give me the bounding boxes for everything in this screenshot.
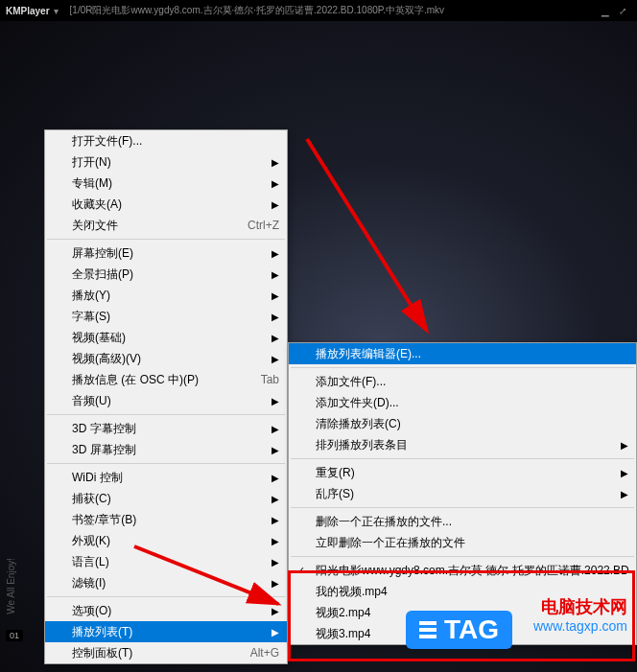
- playlist-menu-item-7[interactable]: 重复(R)▶: [289, 462, 636, 483]
- main-menu-item-4[interactable]: 关闭文件Ctrl+Z: [45, 215, 287, 236]
- playlist-menu-item-5[interactable]: 排列播放列表条目▶: [289, 434, 636, 455]
- playlist-menu-item-4[interactable]: 清除播放列表(C): [289, 413, 636, 434]
- menu-item-label: 重复(R): [316, 465, 355, 481]
- main-menu-item-3[interactable]: 收藏夹(A)▶: [45, 194, 287, 215]
- submenu-arrow-icon: ▶: [271, 536, 279, 546]
- menu-item-label: 选项(O): [72, 603, 111, 619]
- main-menu-item-21[interactable]: 外观(K)▶: [45, 530, 287, 551]
- submenu-arrow-icon: ▶: [271, 178, 279, 189]
- playlist-menu-separator: [291, 367, 634, 368]
- submenu-arrow-icon: ▶: [271, 312, 279, 322]
- menu-item-label: 乱序(S): [316, 486, 354, 502]
- menu-item-label: 立即删除一个正在播放的文件: [316, 535, 465, 551]
- main-menu-item-6[interactable]: 屏幕控制(E)▶: [45, 243, 287, 264]
- submenu-arrow-icon: ▶: [271, 248, 279, 259]
- submenu-arrow-icon: ▶: [271, 424, 279, 434]
- submenu-arrow-icon: ▶: [271, 606, 279, 616]
- main-menu-item-23[interactable]: 滤镜(I)▶: [45, 572, 287, 593]
- main-menu-item-19[interactable]: 捕获(C)▶: [45, 488, 287, 509]
- menu-item-label: 添加文件(F)...: [316, 374, 386, 390]
- menu-item-label: 关闭文件: [72, 218, 118, 234]
- menu-item-label: 排列播放列表条目: [316, 437, 408, 453]
- main-menu-item-16[interactable]: 3D 屏幕控制▶: [45, 439, 287, 460]
- menu-item-label: 视频(高级)(V): [72, 351, 141, 367]
- submenu-arrow-icon: ▶: [271, 354, 279, 364]
- main-menu-item-27[interactable]: 控制面板(T)Alt+G: [45, 642, 287, 663]
- menu-item-label: 播放信息 (在 OSC 中)(P): [72, 372, 199, 388]
- tag-badge: TAG: [406, 611, 512, 649]
- submenu-arrow-icon: ▶: [271, 515, 279, 525]
- playlist-menu-item-0[interactable]: 播放列表编辑器(E)...: [289, 343, 636, 364]
- submenu-arrow-icon: ▶: [271, 396, 279, 406]
- menu-item-label: 字幕(S): [72, 309, 110, 325]
- submenu-arrow-icon: ▶: [271, 578, 279, 589]
- maximize-icon[interactable]: ⤢: [614, 6, 631, 16]
- submenu-arrow-icon: ▶: [621, 489, 628, 499]
- main-menu-item-10[interactable]: 视频(基础)▶: [45, 327, 287, 348]
- titlebar: KMPlayer ▾ [1/0R阳光电影www.ygdy8.com.吉尔莫·德尔…: [0, 0, 637, 21]
- menu-item-label: 打开(N): [72, 154, 111, 171]
- brand-dropdown-icon[interactable]: ▾: [54, 6, 59, 16]
- playlist-menu-separator: [291, 507, 634, 508]
- site-watermark: 电脑技术网 www.tagxp.com: [533, 595, 627, 634]
- tag-text: TAG: [444, 614, 499, 645]
- submenu-arrow-icon: ▶: [271, 333, 279, 343]
- check-icon: ✓: [296, 565, 305, 577]
- title-filename: [1/0R阳光电影www.ygdy8.com.吉尔莫·德尔·托罗的匹诺曹.202…: [70, 4, 597, 17]
- menu-item-label: 捕获(C): [72, 491, 111, 507]
- main-menu-item-20[interactable]: 书签/章节(B)▶: [45, 509, 287, 530]
- playlist-menu-item-13[interactable]: ✓阳光电影www.ygdy8.com.吉尔莫·德尔·托罗的匹诺曹.2022.BD: [289, 560, 636, 581]
- main-menu-item-1[interactable]: 打开(N)▶: [45, 151, 287, 173]
- minimize-icon[interactable]: ▁: [597, 6, 614, 16]
- menu-item-label: 我的视频.mp4: [316, 584, 388, 600]
- menu-item-label: 专辑(M): [72, 175, 112, 192]
- main-menu-separator: [47, 596, 285, 597]
- menu-item-label: 视频(基础): [72, 330, 126, 346]
- main-menu-item-9[interactable]: 字幕(S)▶: [45, 306, 287, 327]
- app-brand: KMPlayer: [6, 6, 50, 16]
- submenu-arrow-icon: ▶: [271, 557, 279, 568]
- playlist-menu-item-3[interactable]: 添加文件夹(D)...: [289, 392, 636, 413]
- menu-item-label: 播放列表编辑器(E)...: [316, 346, 421, 362]
- main-menu-item-15[interactable]: 3D 字幕控制▶: [45, 418, 287, 439]
- submenu-arrow-icon: ▶: [271, 199, 279, 210]
- menu-item-label: 清除播放列表(C): [316, 416, 401, 432]
- menu-item-label: 收藏夹(A): [72, 197, 122, 213]
- playlist-menu-item-11[interactable]: 立即删除一个正在播放的文件: [289, 532, 636, 553]
- main-menu-item-13[interactable]: 音频(U)▶: [45, 390, 287, 411]
- hamburger-icon: [419, 621, 436, 638]
- main-menu-item-7[interactable]: 全景扫描(P)▶: [45, 264, 287, 285]
- main-menu-separator: [47, 463, 285, 464]
- playlist-menu-separator: [291, 458, 634, 459]
- main-menu-item-12[interactable]: 播放信息 (在 OSC 中)(P)Tab: [45, 369, 287, 390]
- menu-item-label: 语言(L): [72, 554, 109, 570]
- main-menu-item-18[interactable]: WiDi 控制▶: [45, 467, 287, 488]
- playlist-menu-item-10[interactable]: 删除一个正在播放的文件...: [289, 511, 636, 532]
- menu-item-label: 全景扫描(P): [72, 266, 133, 283]
- menu-item-label: 3D 屏幕控制: [72, 442, 136, 458]
- main-menu-separator: [47, 414, 285, 415]
- main-menu-item-25[interactable]: 选项(O)▶: [45, 600, 287, 621]
- menu-item-label: 播放列表(T): [72, 624, 132, 640]
- playlist-menu-item-8[interactable]: 乱序(S)▶: [289, 483, 636, 504]
- menu-item-label: 视频2.mp4: [316, 605, 370, 621]
- menu-item-label: 滤镜(I): [72, 575, 106, 591]
- menu-item-label: 3D 字幕控制: [72, 421, 136, 437]
- playlist-menu-item-2[interactable]: 添加文件(F)...: [289, 371, 636, 392]
- main-menu-item-11[interactable]: 视频(高级)(V)▶: [45, 348, 287, 369]
- menu-item-shortcut: Tab: [242, 373, 279, 386]
- main-menu-item-26[interactable]: 播放列表(T)▶: [45, 621, 287, 642]
- main-menu-item-2[interactable]: 专辑(M)▶: [45, 173, 287, 194]
- menu-item-label: WiDi 控制: [72, 470, 123, 486]
- menu-item-shortcut: Alt+G: [231, 646, 279, 660]
- submenu-arrow-icon: ▶: [271, 269, 279, 280]
- context-menu-main: 打开文件(F)...打开(N)▶专辑(M)▶收藏夹(A)▶关闭文件Ctrl+Z屏…: [44, 129, 288, 664]
- main-menu-item-0[interactable]: 打开文件(F)...: [45, 130, 287, 151]
- submenu-arrow-icon: ▶: [271, 157, 279, 168]
- main-menu-item-8[interactable]: 播放(Y)▶: [45, 285, 287, 306]
- submenu-arrow-icon: ▶: [271, 473, 279, 483]
- submenu-arrow-icon: ▶: [271, 290, 279, 301]
- submenu-arrow-icon: ▶: [621, 440, 628, 451]
- main-menu-item-22[interactable]: 语言(L)▶: [45, 551, 287, 572]
- menu-item-label: 外观(K): [72, 533, 110, 549]
